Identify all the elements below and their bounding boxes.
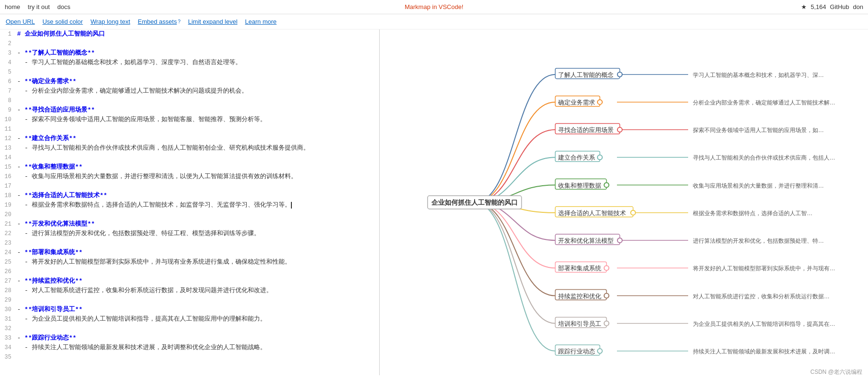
line-number: 30 — [0, 305, 15, 314]
editor-line-5: 5 — [0, 67, 379, 77]
main-content: 1# 企业如何抓住人工智能的风口23- **了解人工智能的概念**4 - 学习人… — [0, 29, 868, 375]
editor-line-3: 3- **了解人工智能的概念** — [0, 48, 379, 58]
line-number: 7 — [0, 86, 15, 96]
line-text: - **选择合适的人工智能技术** — [15, 191, 379, 200]
mindmap-node-detail: 为企业员工提供相关的人工智能培训和指导，提高其在… — [693, 321, 835, 327]
editor-line-18: 18- **选择合适的人工智能技术** — [0, 191, 379, 200]
editor-line-12: 12- **建立合作关系** — [0, 134, 379, 143]
editor-line-9: 9- **寻找合适的应用场景** — [0, 105, 379, 115]
line-text — [15, 96, 379, 105]
mindmap-node-circle — [597, 100, 602, 104]
line-text: - 分析企业内部业务需求，确定能够通过人工智能技术解决的问题或提升的机会。 — [15, 86, 379, 96]
mindmap-node-detail: 分析企业内部业务需求，确定能够通过人工智能技术解… — [693, 99, 835, 106]
mindmap-node-circle — [604, 266, 609, 270]
line-number: 32 — [0, 324, 15, 333]
line-text: - **跟踪行业动态** — [15, 333, 379, 343]
open-url-btn[interactable]: Open URL — [6, 18, 35, 25]
markmap-vscode-link[interactable]: Markmap in VSCode! — [405, 3, 464, 10]
mindmap-node-circle — [597, 155, 602, 160]
mindmap-node-detail: 学习人工智能的基本概念和技术，如机器学习、深… — [693, 72, 824, 78]
editor-line-19: 19 - 根据业务需求和数据特点，选择合适的人工智能技术，如监督学习、无监督学习… — [0, 200, 379, 210]
embed-assets-btn[interactable]: Embed assets — [138, 18, 177, 25]
line-number: 8 — [0, 96, 15, 105]
editor-line-11: 11 — [0, 124, 379, 134]
editor-line-13: 13 - 寻找与人工智能相关的合作伙伴或技术供应商，包括人工智能初创企业、研究机… — [0, 143, 379, 153]
mindmap-branch-line — [475, 130, 555, 202]
line-text: - 收集与应用场景相关的大量数据，并进行整理和清洗，以便为人工智能算法提供有效的… — [15, 172, 379, 181]
topbar-center-link: Markmap in VSCode! — [405, 3, 464, 10]
code-editor[interactable]: 1# 企业如何抓住人工智能的风口23- **了解人工智能的概念**4 - 学习人… — [0, 29, 380, 375]
mindmap-node-detail: 寻找与人工智能相关的合作伙伴或技术供应商，包括人… — [693, 154, 835, 161]
mindmap-node-detail: 根据业务需求和数据特点，选择合适的人工智… — [693, 210, 812, 217]
footer-credit: CSDN @老六说编程 — [810, 368, 862, 376]
mindmap-node-label: 寻找合适的应用场景 — [558, 126, 614, 133]
line-text: - **收集和整理数据** — [15, 162, 379, 172]
editor-line-17: 17 — [0, 181, 379, 191]
editor-line-15: 15- **收集和整理数据** — [0, 162, 379, 172]
line-number: 28 — [0, 286, 15, 295]
github-link[interactable]: GitHub — [830, 3, 849, 10]
line-text — [15, 39, 379, 48]
editor-line-6: 6- **确定业务需求** — [0, 77, 379, 86]
line-text: - **确定业务需求** — [15, 77, 379, 86]
line-number: 19 — [0, 200, 15, 210]
line-number: 20 — [0, 210, 15, 219]
line-number: 13 — [0, 143, 15, 153]
mindmap-node-label: 跟踪行业动态 — [558, 348, 595, 355]
line-number: 1 — [0, 29, 15, 39]
line-text: - 进行算法模型的开发和优化，包括数据预处理、特征工程、模型选择和训练等步骤。 — [15, 229, 379, 238]
star-icon: ★ — [801, 3, 807, 10]
line-number: 22 — [0, 229, 15, 238]
editor-line-26: 26 — [0, 267, 379, 276]
nav-home[interactable]: home — [5, 3, 20, 10]
line-text — [15, 210, 379, 219]
mindmap-branch-line — [475, 75, 555, 202]
editor-line-31: 31 - 为企业员工提供相关的人工智能培训和指导，提高其在人工智能应用中的理解和… — [0, 314, 379, 324]
topbar-right: ★ 5,164 GitHub don — [801, 3, 863, 10]
mindmap-node-circle — [617, 72, 622, 77]
editor-line-24: 24- **部署和集成系统** — [0, 248, 379, 257]
line-number: 10 — [0, 115, 15, 124]
line-text: - **持续监控和优化** — [15, 276, 379, 286]
mindmap-node-label: 建立合作关系 — [558, 154, 595, 161]
editor-line-8: 8 — [0, 96, 379, 105]
mindmap-node-label: 部署和集成系统 — [558, 265, 601, 272]
mindmap-branch-line — [475, 202, 555, 351]
line-number: 14 — [0, 153, 15, 162]
mindmap-node-detail: 探索不同业务领域中适用人工智能的应用场景，如… — [693, 127, 824, 133]
mindmap-node-circle — [604, 294, 609, 298]
line-text — [15, 238, 379, 248]
editor-line-7: 7 - 分析企业内部业务需求，确定能够通过人工智能技术解决的问题或提升的机会。 — [0, 86, 379, 96]
mindmap-panel[interactable]: 了解人工智能的概念学习人工智能的基本概念和技术，如机器学习、深…确定业务需求分析… — [380, 29, 868, 375]
limit-expand-level-btn[interactable]: Limit expand level — [188, 18, 237, 25]
mindmap-node-circle — [631, 210, 635, 215]
line-number: 17 — [0, 181, 15, 191]
wrap-long-text-btn[interactable]: Wrap long text — [91, 18, 131, 25]
line-number: 24 — [0, 248, 15, 257]
line-text — [15, 324, 379, 333]
mindmap-node-label: 选择合适的人工智能技术 — [558, 209, 626, 217]
topbar: home try it out docs Markmap in VSCode! … — [0, 0, 868, 14]
editor-line-10: 10 - 探索不同业务领域中适用人工智能的应用场景，如智能客服、智能推荐、预测分… — [0, 115, 379, 124]
mindmap-node-detail: 收集与应用场景相关的大量数据，并进行整理和清… — [693, 182, 824, 189]
line-text — [15, 124, 379, 134]
use-solid-color-btn[interactable]: Use solid color — [42, 18, 83, 25]
line-number: 21 — [0, 219, 15, 229]
learn-more-btn[interactable]: Learn more — [245, 18, 276, 25]
line-text: - 根据业务需求和数据特点，选择合适的人工智能技术，如监督学习、无监督学习、强化… — [15, 200, 379, 210]
nav-docs[interactable]: docs — [57, 3, 70, 10]
nav-tryitout[interactable]: try it out — [28, 3, 50, 10]
line-number: 15 — [0, 162, 15, 172]
user-label: don — [853, 3, 863, 10]
editor-line-29: 29 — [0, 295, 379, 305]
mindmap-node-circle — [604, 183, 609, 188]
editor-line-21: 21- **开发和优化算法模型** — [0, 219, 379, 229]
line-text — [15, 153, 379, 162]
mindmap-branch-line — [475, 202, 555, 296]
editor-line-4: 4 - 学习人工智能的基础概念和技术，如机器学习、深度学习、自然语言处理等。 — [0, 58, 379, 67]
line-number: 34 — [0, 343, 15, 352]
star-count: 5,164 — [811, 3, 826, 10]
line-text: - **建立合作关系** — [15, 134, 379, 143]
line-number: 11 — [0, 124, 15, 134]
editor-line-16: 16 - 收集与应用场景相关的大量数据，并进行整理和清洗，以便为人工智能算法提供… — [0, 172, 379, 181]
